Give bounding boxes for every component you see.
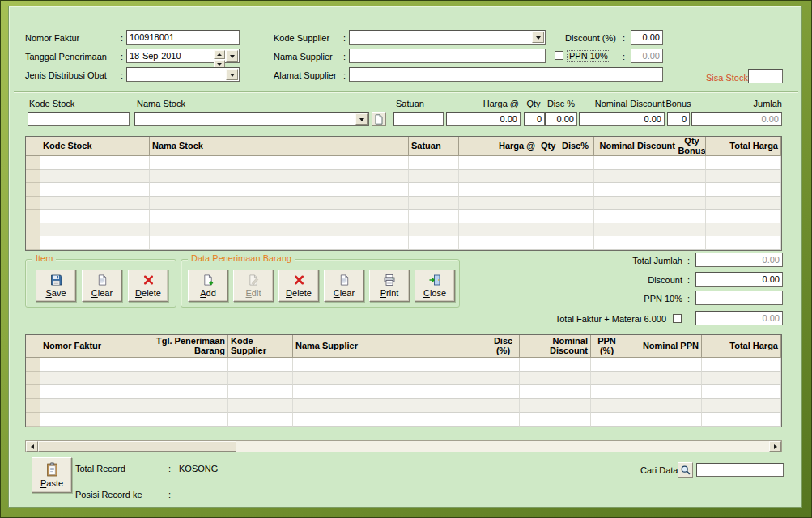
delete-data-button-label: Delete: [286, 288, 312, 298]
paste-button[interactable]: Paste: [32, 457, 72, 493]
chevron-down-icon[interactable]: [355, 113, 368, 125]
scroll-thumb[interactable]: [38, 441, 236, 452]
total-faktur-input[interactable]: [695, 311, 783, 325]
chevron-down-icon[interactable]: [226, 69, 238, 80]
column-header: Nama Supplier: [293, 335, 487, 358]
nominal-discount-label: Nominal Discount: [579, 99, 665, 108]
clear-item-button[interactable]: Clear: [82, 270, 122, 302]
edit-button[interactable]: Edit: [233, 270, 274, 302]
nominal-discount-input[interactable]: [579, 112, 665, 126]
delete-data-button[interactable]: Delete: [278, 270, 319, 302]
table-row[interactable]: [26, 372, 781, 385]
qty-input[interactable]: [524, 112, 545, 126]
tanggal-penerimaan-datepicker[interactable]: 18-Sep-2010: [126, 49, 240, 63]
table-row[interactable]: [26, 399, 781, 413]
search-button[interactable]: [678, 462, 693, 478]
total-jumlah-label: Total Jumlah: [568, 256, 682, 265]
table-row[interactable]: [26, 170, 781, 184]
add-button[interactable]: Add: [188, 270, 228, 302]
ppn10-label[interactable]: PPN 10%: [567, 50, 610, 62]
sisa-stock-input[interactable]: [748, 69, 783, 83]
close-button[interactable]: Close: [415, 270, 455, 302]
row-selector[interactable]: [26, 399, 40, 413]
new-document-icon: [374, 114, 384, 125]
row-selector[interactable]: [26, 156, 40, 170]
new-stock-button[interactable]: [372, 112, 386, 126]
row-selector[interactable]: [26, 197, 40, 210]
colon: :: [687, 294, 690, 304]
clear-data-button[interactable]: Clear: [324, 270, 364, 302]
total-record-label: Total Record: [75, 464, 125, 473]
alamat-supplier-input[interactable]: [349, 67, 663, 82]
stock-table-header: Kode Stock Nama Stock Satuan Harga @ Qty…: [26, 137, 781, 156]
table-row[interactable]: [26, 236, 781, 250]
row-selector[interactable]: [26, 385, 40, 399]
spin-up-icon[interactable]: [214, 50, 225, 59]
table-row[interactable]: [26, 197, 781, 210]
table-row[interactable]: [26, 413, 781, 427]
delete-x-icon: [293, 274, 305, 287]
table-row[interactable]: [26, 156, 781, 170]
row-selector[interactable]: [26, 183, 40, 197]
table-row[interactable]: [26, 210, 781, 223]
nomor-faktur-input[interactable]: [126, 30, 240, 45]
delete-item-button[interactable]: Delete: [128, 270, 168, 302]
jenis-distribusi-combobox[interactable]: [126, 67, 240, 82]
total-ppn-input[interactable]: [695, 291, 783, 305]
table-row[interactable]: [26, 385, 781, 399]
total-faktur-checkbox[interactable]: [673, 314, 682, 323]
save-button[interactable]: Save: [36, 270, 76, 302]
total-jumlah-input[interactable]: [695, 253, 783, 267]
discount-pct-label: Discount (%): [565, 33, 616, 43]
satuan-input[interactable]: [393, 112, 444, 126]
row-selector[interactable]: [26, 210, 40, 223]
row-selector[interactable]: [26, 223, 40, 237]
separator: [14, 91, 798, 93]
table-row[interactable]: [26, 183, 781, 197]
nama-stock-combobox[interactable]: [134, 112, 369, 126]
clear-item-button-label: Clear: [91, 288, 113, 298]
kode-stock-label: Kode Stock: [29, 99, 74, 108]
row-selector[interactable]: [26, 236, 40, 250]
faktur-table: Nomor Faktur Tgl. Penerimaan Barang Kode…: [25, 334, 782, 427]
scroll-left-button[interactable]: [26, 441, 38, 452]
scroll-right-button[interactable]: [769, 441, 781, 452]
bonus-input[interactable]: [667, 112, 690, 126]
nama-supplier-input[interactable]: [349, 49, 546, 63]
chevron-down-icon[interactable]: [226, 50, 238, 62]
harga-input[interactable]: [446, 112, 521, 126]
ppn10-input[interactable]: [631, 49, 663, 63]
row-selector[interactable]: [26, 372, 40, 385]
search-icon: [680, 465, 691, 476]
row-selector[interactable]: [26, 413, 40, 427]
save-button-label: Save: [45, 288, 66, 298]
add-document-icon: [202, 274, 215, 287]
colon: :: [687, 275, 690, 285]
total-discount-input[interactable]: [695, 272, 783, 287]
jenis-distribusi-label: Jenis Distribusi Obat: [25, 70, 107, 80]
row-selector[interactable]: [26, 170, 40, 184]
print-button-label: Print: [380, 288, 399, 298]
table-row[interactable]: [26, 223, 781, 237]
horizontal-scrollbar[interactable]: [25, 440, 782, 452]
jumlah-input[interactable]: [691, 112, 782, 126]
search-input[interactable]: [696, 463, 784, 477]
row-selector-header: [26, 137, 40, 156]
total-faktur-label: Total Faktur + Materai 6.000: [527, 314, 666, 324]
kode-supplier-combobox[interactable]: [349, 30, 546, 45]
column-header: Disc%: [559, 137, 594, 156]
paste-button-label: Paste: [40, 478, 63, 488]
clear-document-icon: [338, 274, 351, 287]
table-row[interactable]: [26, 358, 781, 372]
discount-pct-input[interactable]: [631, 30, 663, 45]
column-header: Total Harga: [706, 137, 781, 156]
scroll-left-icon: [28, 444, 34, 449]
printer-icon: [383, 274, 396, 287]
ppn10-checkbox[interactable]: [555, 51, 563, 60]
kode-stock-input[interactable]: [28, 112, 130, 126]
chevron-down-icon[interactable]: [532, 32, 544, 43]
print-button[interactable]: Print: [369, 270, 410, 302]
disc-input[interactable]: [545, 112, 577, 126]
column-header: Nama Stock: [150, 137, 409, 156]
row-selector[interactable]: [26, 358, 40, 372]
